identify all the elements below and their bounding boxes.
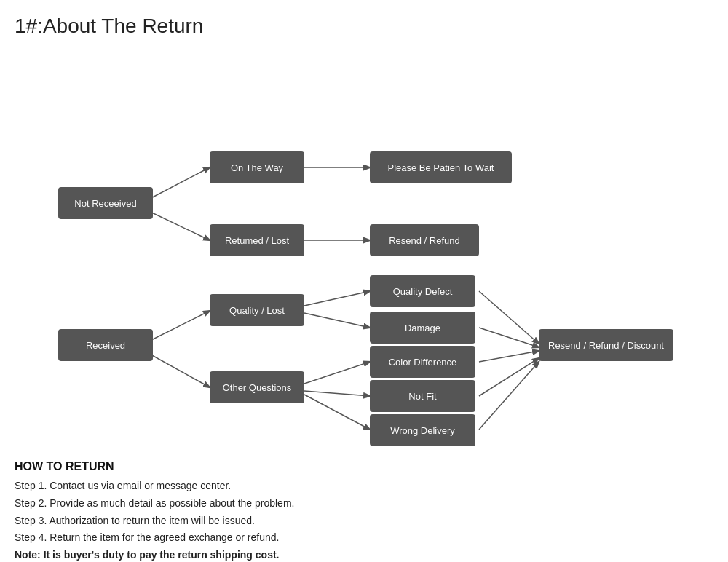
diagram-arrows bbox=[15, 60, 713, 446]
how-to-return-heading: HOW TO RETURN bbox=[15, 460, 713, 473]
quality-defect-box: Quality Defect bbox=[370, 275, 475, 307]
svg-line-9 bbox=[304, 391, 370, 396]
svg-line-1 bbox=[144, 209, 210, 240]
svg-line-11 bbox=[479, 291, 539, 344]
step-1: Step 1. Contact us via email or message … bbox=[15, 478, 713, 495]
return-note: Note: It is buyer's duty to pay the retu… bbox=[15, 547, 713, 562]
step-3: Step 3. Authorization to return the item… bbox=[15, 512, 713, 530]
svg-line-4 bbox=[144, 311, 210, 344]
svg-line-15 bbox=[479, 362, 539, 430]
svg-line-5 bbox=[144, 351, 210, 387]
diagram-area: Not Receeived On The Way Please Be Patie… bbox=[15, 60, 713, 446]
svg-line-14 bbox=[479, 358, 539, 396]
resend-refund-discount-box: Resend / Refund / Discount bbox=[539, 329, 673, 361]
step-2: Step 2. Provide as much detail as possib… bbox=[15, 495, 713, 512]
page-title: 1#:About The Return bbox=[15, 15, 713, 38]
received-box: Received bbox=[58, 329, 153, 361]
step-4: Step 4. Return the item for the agreed e… bbox=[15, 529, 713, 547]
other-questions-box: Other Questions bbox=[210, 371, 304, 403]
wrong-delivery-box: Wrong Delivery bbox=[370, 414, 475, 446]
not-fit-box: Not Fit bbox=[370, 380, 475, 412]
svg-line-10 bbox=[304, 395, 370, 430]
svg-line-8 bbox=[304, 362, 370, 384]
how-to-return-section: HOW TO RETURN Step 1. Contact us via ema… bbox=[15, 460, 713, 562]
returned-lost-box: Retumed / Lost bbox=[210, 224, 304, 256]
please-wait-box: Please Be Patien To Wait bbox=[370, 151, 512, 183]
svg-line-7 bbox=[304, 313, 370, 328]
svg-line-0 bbox=[144, 167, 210, 202]
not-received-box: Not Receeived bbox=[58, 187, 153, 219]
on-the-way-box: On The Way bbox=[210, 151, 304, 183]
quality-lost-box: Quality / Lost bbox=[210, 294, 304, 326]
svg-line-6 bbox=[304, 291, 370, 306]
damage-box: Damage bbox=[370, 312, 475, 344]
color-difference-box: Color Difference bbox=[370, 346, 475, 378]
svg-line-12 bbox=[479, 328, 539, 347]
resend-refund-box: Resend / Refund bbox=[370, 224, 479, 256]
svg-line-13 bbox=[479, 351, 539, 362]
